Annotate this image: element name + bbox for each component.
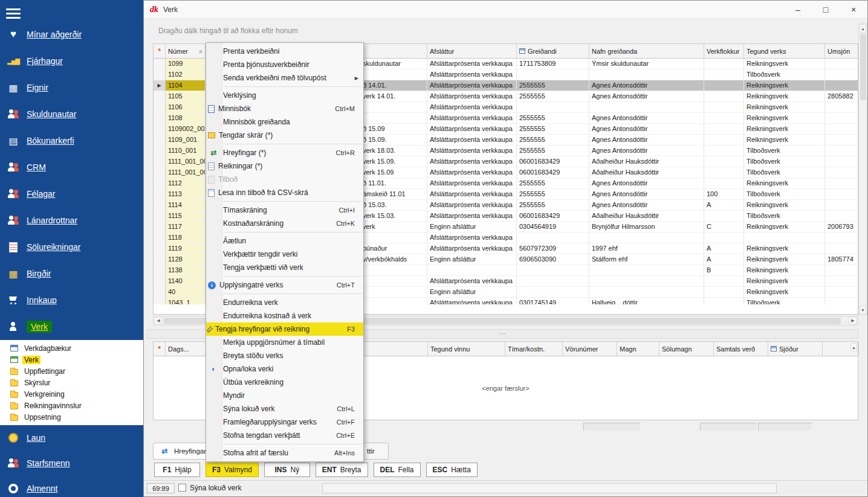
context-menu-item[interactable]: Endurreikna verk [206,296,363,309]
sidebar-item[interactable]: Skuldunautar [0,101,143,127]
detail-scroll-up-button[interactable]: ▲ [850,343,857,351]
vertical-scroll-thumb[interactable] [860,34,866,100]
show-closed-checkbox[interactable] [178,484,186,492]
context-menu-item[interactable]: Tímaskráning Ctrl+I [206,204,363,217]
tab-verkthaettir[interactable]: ttir [361,443,389,460]
scroll-up-button[interactable]: ▲ [860,24,866,33]
context-menu-item[interactable]: Verkþættir tengdir verki [206,248,363,261]
column-header-samtals-verd[interactable]: Samtals verð [714,342,768,356]
hamburger-menu-icon[interactable] [0,0,143,21]
context-menu-item[interactable]: Stofna afrit af færslu Alt+Ins [206,446,363,460]
movements-icon [159,447,170,455]
context-menu-item[interactable]: Kostnaðarskráning Ctrl+K [206,217,363,230]
context-menu-item[interactable]: Lesa inn tilboð frá CSV-skrá [206,186,363,199]
sidebar-tree-item[interactable]: Skýrslur [0,377,143,388]
context-menu-item[interactable] [206,442,363,446]
context-menu-item[interactable]: Tengja hreyfingar við reikning F3 [206,322,363,336]
context-menu-item[interactable] [206,274,363,278]
sidebar-item[interactable]: Fjárhagur [0,48,143,74]
scroll-down-button[interactable]: ▼ [860,306,866,314]
column-header-umsjon[interactable]: Umsjón [825,44,859,58]
context-menu-item[interactable]: Prenta verkbeiðni [206,45,363,58]
column-header-dags[interactable]: Dags... [166,342,207,356]
column-header-afslattur[interactable]: Afsláttur [427,44,517,58]
column-header-timar-kostn[interactable]: Tímar/kostn. [505,342,563,356]
sidebar-item[interactable]: Sölureikningar [0,234,143,260]
column-header-tegund-vinnu[interactable]: Tegund vinnu [428,342,505,356]
row-marker [154,222,166,232]
sidebar-item[interactable]: Laun [0,425,143,451]
function-button[interactable]: ESC Hætta [426,463,478,477]
context-menu-item[interactable]: Tengja verkþætti við verk [206,261,363,274]
sidebar-item[interactable]: Bókunarkerfi [0,127,143,154]
sidebar-tree-item[interactable]: Reikningavinnslur [0,400,143,411]
context-menu-item[interactable]: Stofna tengdan verkþátt Ctrl+E [206,429,363,442]
function-button[interactable]: DEL Fella [374,463,421,477]
sidebar-tree-item[interactable]: Uppsetning [0,411,143,423]
sidebar-tree-item[interactable]: Verkgreining [0,388,143,400]
function-button[interactable]: ENT Breyta [316,463,368,477]
sidebar-item[interactable]: Mínar aðgerðir [0,21,143,48]
sidebar-item[interactable]: Eignir [0,74,143,101]
context-menu-item[interactable]: Minnisbók greiðanda [206,115,363,129]
context-menu-item[interactable]: Áætlun [206,234,363,248]
function-button[interactable]: F3 Valmynd [206,463,259,477]
cell-numer: 1110_001 [166,146,206,156]
context-menu-item[interactable] [206,292,363,296]
context-menu-item[interactable]: Sýna lokuð verk Ctrl+L [206,402,363,415]
context-menu-item[interactable]: Senda verkbeiðni með tölvupóst ▶ [206,71,363,85]
context-menu-item[interactable]: Merkja uppgjörsnúmer á tímabil [206,336,363,349]
context-menu-item[interactable]: Útbúa verkreikning [206,376,363,389]
context-menu-item[interactable]: Reikningar (*) [206,159,363,173]
maximize-button[interactable]: □ [812,1,840,19]
sidebar-tree-item[interactable]: Verk [0,354,143,365]
column-header-magn[interactable]: Magn [617,342,659,356]
sidebar-item[interactable]: Birgðir [0,260,143,287]
scroll-right-button[interactable]: ▶ [849,317,857,324]
sidebar-item[interactable]: Verk [0,313,143,340]
column-header-verkflokkur[interactable]: Verkflokkur [704,44,744,58]
function-button[interactable]: F1 Hjálp [154,463,200,477]
context-menu-item[interactable]: Hreyfingar (*) Ctrl+R [206,146,363,159]
cell-verkflokkur: A [704,254,744,265]
sidebar-item[interactable]: Lánardrottnar [0,207,143,234]
column-header-solumagn[interactable]: Sölumagn [659,342,714,356]
sidebar-item[interactable]: CRM [0,154,143,181]
cell-numer: 1112 [166,178,206,188]
column-header-vorunumer[interactable]: Vörunúmer [563,342,617,356]
context-menu-item[interactable]: Framlegðarupplýsingar verks Ctrl+F [206,415,363,429]
group-by-bar[interactable]: Dragðu dálk hingað til að flokka eftir h… [147,23,858,39]
column-header-nafn-greidanda[interactable]: Nafn greiðanda [589,44,704,58]
column-header-greidandi[interactable]: Greiðandi [517,44,589,58]
sort-filter-icon[interactable] [199,48,202,55]
sidebar-item[interactable]: Starfsmenn [0,451,143,476]
paperclip-icon [206,325,213,333]
context-menu-item[interactable]: Tilboð [206,173,363,186]
function-button[interactable]: INS Ný [264,463,310,477]
vertical-scrollbar[interactable]: ▲ ▼ [858,23,867,315]
context-menu-item[interactable]: Minnisbók Ctrl+M [206,102,363,115]
sidebar-item[interactable]: Innkaup [0,287,143,313]
column-header-tegund-verks[interactable]: Tegund verks [744,44,825,58]
context-menu-item[interactable] [206,85,363,89]
sidebar-tree-item[interactable]: Verkdagbækur [0,342,143,354]
context-menu-item[interactable]: Upplýsingatré verks Ctrl+T [206,278,363,292]
context-menu-item[interactable] [206,230,363,234]
context-menu-item[interactable] [206,142,363,146]
context-menu-item[interactable]: Myndir [206,389,363,402]
context-menu-item[interactable]: Breyta stöðu verks [206,349,363,362]
sidebar-item[interactable]: Almennt [0,476,143,497]
scroll-left-button[interactable]: ◀ [154,317,163,324]
close-button[interactable]: × [840,1,867,19]
context-menu-item[interactable]: Tengdar skrár (*) [206,129,363,142]
minimize-button[interactable]: – [784,1,812,19]
sidebar-item[interactable]: Félagar [0,181,143,207]
context-menu-item[interactable]: Prenta þjónustuverkbeiðnir [206,58,363,71]
context-menu-item[interactable]: Endurreikna kostnað á verk [206,309,363,322]
context-menu-item[interactable]: Verklýsing [206,89,363,102]
sidebar-tree-item[interactable]: Uppflettingar [0,365,143,377]
column-header-sjodur[interactable]: Sjóður [768,342,823,356]
context-menu-item[interactable] [206,199,363,204]
column-header-numer[interactable]: Númer [166,44,206,58]
context-menu-item[interactable]: Opna/loka verki [206,362,363,376]
